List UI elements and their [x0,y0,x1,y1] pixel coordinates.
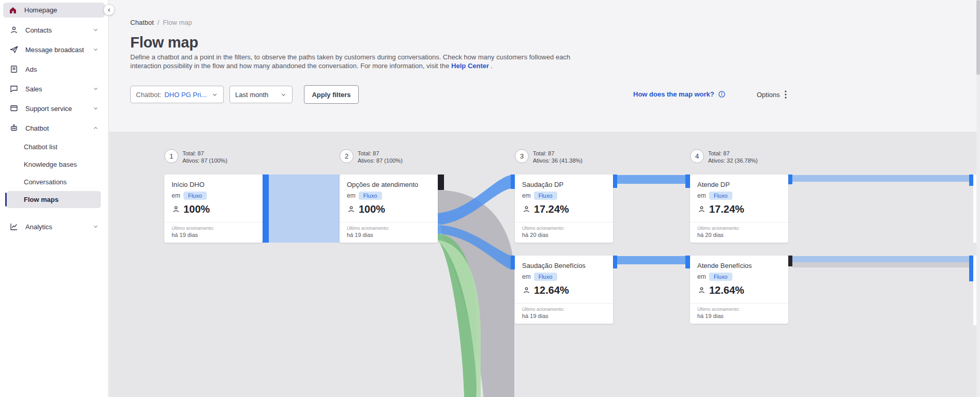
sidebar-item-chatbot-list[interactable]: Chatbot list [7,138,101,155]
last-trigger-label: Último acionamento: [522,226,564,231]
period-select[interactable]: Last month [229,86,293,103]
robot-icon [9,123,19,133]
chevron-up-icon [93,125,99,131]
em-label: em [172,192,180,199]
column-number: 3 [515,149,529,163]
sidebar-item-homepage[interactable]: Homepage [3,3,105,18]
scrollbar-thumb[interactable] [976,0,980,75]
column-total: Total: 87 [358,150,403,157]
card-percent-row: 100% [347,203,385,215]
send-icon [9,45,19,54]
person-icon [697,286,706,295]
card-title: Opções de atendimento [347,181,418,188]
sidebar-item-sales[interactable]: Sales [4,80,104,98]
last-trigger-label: Último acionamento: [172,226,214,231]
sidebar-item-label: Homepage [24,6,57,14]
column-stats: Total: 87 Ativos: 87 (100%) [358,149,403,164]
column-marker-4: 4 Total: 87 Ativos: 32 (36.78%) [690,149,758,164]
breadcrumb-current: Flow map [163,19,192,26]
description-suffix: . [491,62,493,70]
chevron-down-icon [93,86,99,92]
sidebar: Homepage Contacts Message broadcast [0,0,109,397]
sidebar-item-conversations[interactable]: Conversations [7,173,101,190]
flow-map-canvas[interactable]: 1 Total: 87 Ativos: 87 (100%) 2 Total: 8… [109,132,980,397]
sidebar-item-ads[interactable]: Ads [4,60,104,78]
flow-card[interactable]: Atende Benefícios em Fluxo 12.64% Último… [690,256,788,324]
column-active: Ativos: 36 (41.38%) [533,157,583,164]
chatbot-select[interactable]: Chatbot: DHO PG Pri... [130,86,224,103]
sidebar-item-analytics[interactable]: Analytics [4,217,104,236]
sidebar-item-label: Ads [25,66,37,73]
sidebar-item-label: Sales [25,85,42,93]
column-marker-3: 3 Total: 87 Ativos: 36 (41.38%) [515,149,583,164]
chevron-down-icon [93,224,99,230]
chatbot-select-value: DHO PG Pri... [164,91,207,99]
sidebar-item-knowledge-bases[interactable]: Knowledge bases [7,156,101,173]
em-label: em [522,273,531,280]
person-icon [522,205,531,214]
em-label: em [697,273,706,280]
card-context: em Fluxo [697,273,732,281]
last-trigger-label: Último acionamento: [697,307,740,312]
help-center-link[interactable]: Help Center [451,62,489,70]
card-context: em Fluxo [522,192,557,200]
sidebar-item-label: Support service [25,105,72,113]
card-percent-row: 17.24% [697,203,744,215]
card-percent: 12.64% [709,284,744,296]
card-percent: 12.64% [534,284,569,296]
sidebar-item-label: Message broadcast [25,46,84,54]
breadcrumb-parent[interactable]: Chatbot [130,19,154,26]
divider [515,222,613,223]
person-icon [9,25,19,35]
last-trigger-value: há 20 dias [697,232,724,238]
kebab-menu-icon [785,90,787,99]
last-trigger-label: Último acionamento: [522,307,564,312]
chatbot-select-label: Chatbot: [136,91,161,99]
sidebar-subitem-label: Conversations [24,178,67,186]
column-number: 2 [340,149,354,163]
sidebar-item-message-broadcast[interactable]: Message broadcast [4,40,104,59]
card-percent-row: 100% [172,203,210,215]
flow-badge: Fluxo [359,192,382,200]
flow-badge: Fluxo [709,273,732,281]
sidebar-item-label: Analytics [25,223,52,231]
flow-card[interactable]: Saudação Benefícios em Fluxo 12.64% Últi… [515,256,613,324]
flow-card[interactable]: Atende DP em Fluxo 17.24% Último acionam… [690,174,788,243]
em-label: em [522,192,531,199]
sidebar-item-contacts[interactable]: Contacts [4,21,104,39]
card-percent: 100% [359,203,385,215]
sidebar-item-support-service[interactable]: Support service [4,99,104,118]
sidebar-item-flow-maps[interactable]: Flow maps [7,191,101,208]
column-total: Total: 87 [182,150,227,157]
apply-filters-button[interactable]: Apply filters [304,85,359,104]
sidebar-item-chatbot[interactable]: Chatbot [4,119,104,137]
scrollbar[interactable] [976,0,980,397]
sidebar-collapse-button[interactable] [103,4,115,15]
flow-card[interactable]: Saudação DP em Fluxo 17.24% Último acion… [515,174,613,243]
flow-card[interactable]: Opções de atendimento em Fluxo 100% Últi… [340,174,438,243]
divider [690,222,788,223]
divider [340,222,438,223]
options-button[interactable]: Options [757,90,787,99]
sidebar-subitem-label: Knowledge bases [24,161,77,168]
last-trigger-value: há 19 dias [697,313,724,319]
breadcrumb-separator: / [158,19,160,26]
column-number: 4 [690,149,704,163]
card-title: Saudação Benefícios [522,262,586,269]
sidebar-subitem-label: Flow maps [24,196,58,203]
map-help-label: How does the map work? [633,90,714,98]
chevron-down-icon [93,105,99,112]
column-stats: Total: 87 Ativos: 36 (41.38%) [533,149,583,164]
flow-card[interactable]: Início DHO em Fluxo 100% Último acioname… [164,174,263,243]
last-trigger-value: há 20 dias [522,232,548,238]
description-text: Define a chatbot and a point in the filt… [130,53,570,70]
home-icon [8,6,18,15]
flow-badge: Fluxo [709,192,732,200]
map-help-link[interactable]: How does the map work? [633,90,726,98]
person-icon [172,205,180,214]
divider [515,303,613,304]
card-title: Saudação DP [522,181,563,188]
monitor-icon [9,104,19,113]
column-active: Ativos: 32 (36.78%) [708,157,758,164]
chat-bubble-icon [9,84,19,93]
